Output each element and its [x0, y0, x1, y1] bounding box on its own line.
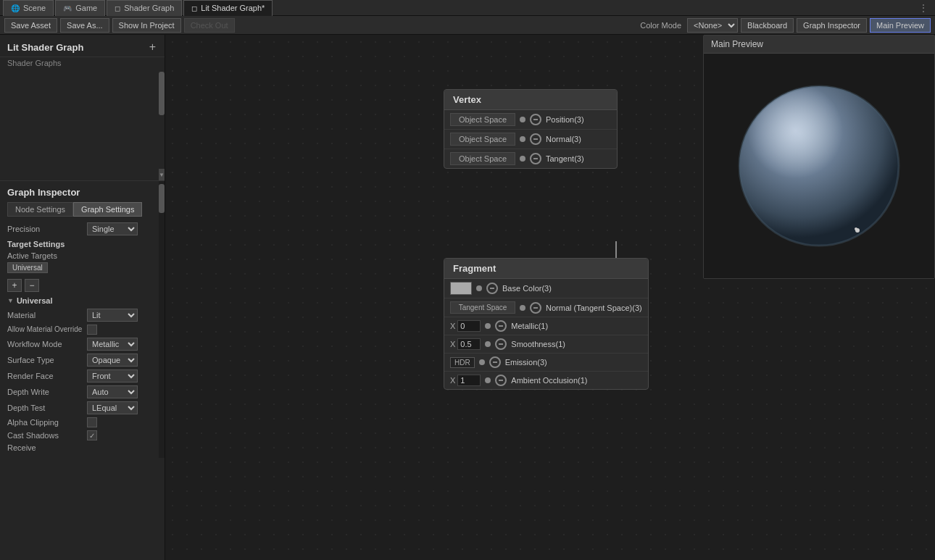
game-icon: 🎮: [63, 4, 72, 12]
lit-shader-graph-icon: ◻: [191, 4, 197, 12]
fragment-port-normal: Tangent Space Normal (Tangent Space)(3): [444, 298, 648, 317]
main-preview-button[interactable]: Main Preview: [870, 18, 931, 33]
toolbar: Save Asset Save As... Show In Project Ch…: [0, 16, 935, 35]
show-in-project-button[interactable]: Show In Project: [112, 18, 181, 33]
base-color-swatch[interactable]: [450, 282, 472, 295]
vertex-port-tangent: Object Space Tangent(3): [444, 149, 617, 168]
save-asset-button[interactable]: Save Asset: [4, 18, 57, 33]
add-shader-graph-button[interactable]: +: [148, 41, 157, 54]
depth-test-select[interactable]: LEqual: [87, 401, 138, 414]
check-out-button[interactable]: Check Out: [184, 18, 235, 33]
inspector-scrollbar-thumb[interactable]: [159, 184, 165, 213]
fragment-port-metallic: X Metallic(1): [444, 317, 648, 335]
vertex-tangent-connector: [530, 153, 541, 164]
panel-title: Lit Shader Graph: [7, 42, 148, 53]
tab-shader-graph[interactable]: ◻ Shader Graph: [107, 0, 182, 16]
cast-shadows-row: Cast Shadows ✓: [7, 430, 157, 440]
render-face-row: Render Face Front: [7, 369, 157, 383]
cast-shadows-checkbox[interactable]: ✓: [87, 430, 97, 440]
fragment-basecolor-connector-inner: [490, 288, 494, 289]
tab-node-settings[interactable]: Node Settings: [7, 202, 73, 217]
metallic-input[interactable]: [457, 320, 481, 332]
vertex-position-connector-inner: [533, 119, 538, 120]
allow-override-checkbox[interactable]: [87, 325, 97, 335]
tab-graph-settings[interactable]: Graph Settings: [73, 202, 142, 217]
fragment-normal-connector-inner: [533, 307, 538, 309]
vertex-position-name: Position(3): [546, 115, 611, 124]
blackboard-button[interactable]: Blackboard: [741, 18, 794, 33]
hdr-badge[interactable]: HDR: [450, 357, 475, 368]
fragment-emission-connector: [489, 356, 501, 368]
precision-select[interactable]: Single: [87, 222, 138, 235]
workflow-row: Workflow Mode Metallic: [7, 338, 157, 351]
remove-target-button[interactable]: −: [25, 279, 39, 292]
tab-lit-shader-graph[interactable]: ◻ Lit Shader Graph*: [183, 0, 273, 16]
vertex-node: Vertex Object Space Position(3) Object S…: [444, 89, 618, 169]
vertex-port-position: Object Space Position(3): [444, 110, 617, 130]
surface-row: Surface Type Opaque: [7, 354, 157, 367]
scroll-down-btn[interactable]: ▼: [159, 169, 165, 180]
render-face-select[interactable]: Front: [87, 369, 138, 383]
color-mode-label: Color Mode: [640, 21, 681, 30]
fragment-emission-name: Emission(3): [505, 358, 642, 367]
allow-override-row: Allow Material Override: [7, 325, 157, 335]
depth-write-label: Depth Write: [7, 388, 87, 396]
tab-scene[interactable]: 🌐 Scene: [3, 0, 54, 16]
fragment-smoothness-dot: [485, 341, 491, 347]
fragment-normal-dot: [520, 305, 525, 311]
fragment-port-smoothness: X Smoothness(1): [444, 335, 648, 354]
fragment-metallic-dot: [485, 323, 491, 329]
inspector-scrollbar[interactable]: [159, 181, 165, 458]
fragment-port-basecolor: Base Color(3): [444, 279, 648, 298]
vertex-position-connector: [530, 114, 541, 125]
tab-bar: 🌐 Scene 🎮 Game ◻ Shader Graph ◻ Lit Shad…: [0, 0, 935, 16]
ao-x-label: X: [450, 376, 455, 385]
alpha-clipping-checkbox[interactable]: [87, 417, 97, 427]
tab-game[interactable]: 🎮 Game: [55, 0, 105, 16]
ao-input[interactable]: [457, 375, 481, 386]
vertex-tangent-name: Tangent(3): [546, 154, 611, 163]
shader-graphs-scroll[interactable]: ▼: [0, 72, 165, 180]
render-face-label: Render Face: [7, 372, 87, 380]
graph-inspector-title: Graph Inspector: [7, 187, 157, 198]
ao-value: X: [450, 375, 481, 386]
fragment-metallic-connector-inner: [499, 325, 503, 327]
graph-inspector-button[interactable]: Graph Inspector: [797, 18, 867, 33]
material-select[interactable]: Lit: [87, 309, 138, 322]
add-target-button[interactable]: +: [7, 279, 22, 292]
tab-scene-label: Scene: [23, 4, 46, 12]
universal-section-header: ▼ Universal: [7, 296, 157, 305]
fragment-ao-connector-inner: [499, 380, 503, 381]
cursor-indicator: [852, 225, 860, 233]
receive-row: Receive: [7, 443, 157, 452]
depth-write-select[interactable]: Auto: [87, 385, 138, 398]
shader-graph-icon: ◻: [115, 4, 120, 12]
surface-select[interactable]: Opaque: [87, 354, 138, 367]
fragment-port-ao: X Ambient Occlusion(1): [444, 372, 648, 389]
main-layout: Lit Shader Graph + Shader Graphs ▼ Graph…: [0, 35, 935, 560]
surface-label: Surface Type: [7, 356, 87, 364]
receive-label: Receive: [7, 443, 87, 452]
vertex-normal-connector-inner: [533, 138, 538, 140]
shader-graphs-header: Lit Shader Graph +: [0, 35, 165, 57]
workflow-select[interactable]: Metallic: [87, 338, 138, 351]
fragment-node: Fragment Base Color(3) Tangent Space Nor…: [444, 258, 649, 390]
fragment-basecolor-name: Base Color(3): [502, 284, 642, 293]
save-as-button[interactable]: Save As...: [60, 18, 109, 33]
smoothness-value: X: [450, 338, 481, 350]
vertex-port-normal: Object Space Normal(3): [444, 130, 617, 149]
fragment-smoothness-connector: [495, 338, 507, 350]
color-mode-select[interactable]: <None>: [687, 18, 738, 33]
svg-point-4: [855, 228, 860, 233]
scroll-thumb[interactable]: [159, 72, 165, 115]
depth-write-row: Depth Write Auto: [7, 385, 157, 398]
graph-canvas[interactable]: Vertex Object Space Position(3) Object S…: [165, 35, 935, 560]
targets-btn-row: + −: [7, 279, 157, 292]
tab-overflow-btn[interactable]: ⋮: [915, 3, 932, 13]
fragment-normal-connector: [530, 302, 541, 314]
expand-icon: ▼: [7, 297, 14, 304]
universal-section: ▼ Universal Material Lit Allow Material …: [7, 296, 157, 452]
vertex-tangent-connector-inner: [533, 158, 538, 159]
smoothness-input[interactable]: [457, 338, 481, 350]
fragment-basecolor-connector: [486, 283, 498, 294]
